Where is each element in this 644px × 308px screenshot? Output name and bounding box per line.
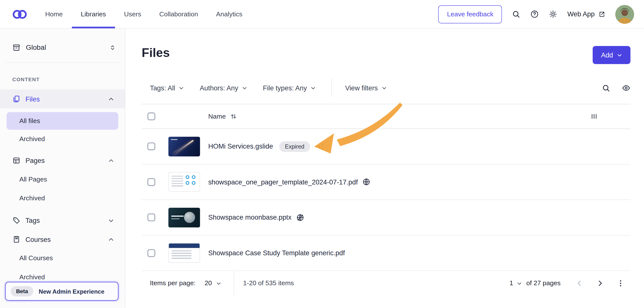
chevron-up-icon[interactable] xyxy=(108,236,114,242)
sidebar-group-courses[interactable]: Courses xyxy=(0,230,125,249)
sidebar-group-label: Tags xyxy=(26,217,103,225)
chevron-down-icon xyxy=(179,85,184,91)
courses-icon xyxy=(12,235,20,243)
primary-nav: Home Libraries Users Collaboration Analy… xyxy=(45,0,242,28)
avatar-photo xyxy=(615,5,634,23)
nav-home[interactable]: Home xyxy=(45,0,63,28)
file-name[interactable]: Showspace Case Study Template generic.pd… xyxy=(208,249,345,257)
file-thumbnail[interactable] xyxy=(168,208,200,228)
file-name[interactable]: Showspace moonbase.pptx xyxy=(208,214,292,222)
user-avatar[interactable] xyxy=(615,5,634,23)
filter-divider xyxy=(332,79,332,97)
filter-bar: Tags: All Authors: Any File types: Any V xyxy=(150,79,630,97)
items-per-page-value: 20 xyxy=(204,280,212,287)
leave-feedback-button[interactable]: Leave feedback xyxy=(438,5,502,23)
name-column-header[interactable]: Name xyxy=(208,113,226,120)
page-title: Files xyxy=(142,46,170,60)
chevron-down-icon[interactable] xyxy=(108,217,114,224)
sidebar-item-archived-files[interactable]: Archived xyxy=(0,130,125,149)
table-row[interactable]: Showspace Case Study Template generic.pd… xyxy=(142,236,630,271)
row-checkbox[interactable] xyxy=(148,178,155,186)
top-navigation-bar: Home Libraries Users Collaboration Analy… xyxy=(0,0,644,29)
file-thumbnail[interactable] xyxy=(168,137,200,156)
beta-badge: Beta xyxy=(11,286,34,296)
table-row[interactable]: Showspace moonbase.pptx xyxy=(142,200,630,236)
sidebar-group-label: Files xyxy=(26,95,103,103)
sidebar-item-archived-pages[interactable]: Archived xyxy=(0,189,125,208)
sidebar-divider xyxy=(6,62,119,63)
new-admin-experience-banner[interactable]: Beta New Admin Experience xyxy=(5,282,119,301)
table-header: Name xyxy=(142,104,630,129)
file-thumbnail[interactable] xyxy=(168,172,200,192)
manage-columns-icon[interactable] xyxy=(590,113,598,120)
page-select[interactable]: 1 xyxy=(510,280,522,287)
sidebar-group-tags[interactable]: Tags xyxy=(0,211,125,230)
add-button[interactable]: Add xyxy=(593,46,630,64)
chevron-down-icon xyxy=(242,85,248,91)
workspace-selector[interactable]: Global xyxy=(0,38,125,58)
preview-eye-icon[interactable] xyxy=(622,83,630,92)
view-filters-label: View filters xyxy=(345,84,378,92)
sidebar-group-files[interactable]: Files xyxy=(0,89,125,108)
main-content: Files Add Tags: All Authors: Any xyxy=(125,29,644,308)
items-per-page-select[interactable]: 20 xyxy=(204,280,222,287)
file-types-filter[interactable]: File types: Any xyxy=(263,84,316,92)
web-app-label: Web App xyxy=(567,10,595,18)
topbar-actions: Leave feedback Web App xyxy=(438,5,634,23)
infinity-logo-icon xyxy=(12,8,28,20)
row-checkbox[interactable] xyxy=(148,214,155,222)
chevron-down-icon xyxy=(310,85,316,91)
settings-gear-icon[interactable] xyxy=(549,10,558,18)
row-checkbox[interactable] xyxy=(148,249,155,257)
chevron-up-icon[interactable] xyxy=(108,96,114,102)
sidebar-group-label: Pages xyxy=(26,157,103,165)
total-pages-label: of 27 pages xyxy=(526,280,561,287)
table-row[interactable]: HOMi Services.gslide Expired xyxy=(142,129,630,164)
search-icon[interactable] xyxy=(512,10,521,18)
chevron-down-icon xyxy=(382,85,387,91)
file-thumbnail[interactable] xyxy=(168,243,200,263)
shared-with-position-icon xyxy=(316,142,324,151)
sidebar-group-pages[interactable]: Pages xyxy=(0,151,125,170)
nav-collaboration[interactable]: Collaboration xyxy=(159,0,198,28)
help-icon[interactable] xyxy=(530,10,539,18)
previous-page-icon[interactable] xyxy=(576,279,584,288)
items-range-text: 1-20 of 535 items xyxy=(243,280,294,287)
authors-filter-label: Authors: Any xyxy=(200,84,238,92)
globe-icon xyxy=(362,178,370,186)
content-section-label: CONTENT xyxy=(12,77,125,83)
sidebar: Global CONTENT Files All files Archived xyxy=(0,29,125,308)
up-down-chevrons-icon[interactable] xyxy=(109,44,116,51)
expired-badge: Expired xyxy=(279,141,310,152)
files-table: Name HO xyxy=(142,104,630,271)
select-all-checkbox[interactable] xyxy=(148,112,155,120)
app-logo[interactable] xyxy=(12,8,28,20)
nav-libraries[interactable]: Libraries xyxy=(81,0,106,28)
global-workspace-icon xyxy=(12,43,20,52)
sidebar-item-all-courses[interactable]: All Courses xyxy=(0,249,125,268)
overflow-menu-icon[interactable] xyxy=(616,279,625,288)
next-page-icon[interactable] xyxy=(596,279,604,288)
chevron-down-icon xyxy=(216,281,222,286)
row-checkbox[interactable] xyxy=(148,143,155,151)
pages-icon xyxy=(12,156,20,165)
sidebar-item-all-files[interactable]: All files xyxy=(7,112,118,130)
file-name[interactable]: HOMi Services.gslide xyxy=(208,143,273,151)
web-app-link[interactable]: Web App xyxy=(567,10,605,18)
view-filters-dropdown[interactable]: View filters xyxy=(345,84,387,92)
file-name[interactable]: showspace_one_pager_template_2024-07-17.… xyxy=(208,178,358,186)
table-search-icon[interactable] xyxy=(602,83,610,92)
authors-filter[interactable]: Authors: Any xyxy=(200,84,248,92)
sidebar-item-all-pages[interactable]: All Pages xyxy=(0,170,125,189)
pagination-bar: Items per page: 20 1-20 of 535 items 1 o… xyxy=(142,271,630,295)
tag-icon xyxy=(12,216,20,225)
tags-filter-label: Tags: All xyxy=(150,84,175,92)
add-button-label: Add xyxy=(601,51,613,59)
nav-users[interactable]: Users xyxy=(124,0,141,28)
sort-icon[interactable] xyxy=(230,113,237,120)
nav-analytics[interactable]: Analytics xyxy=(216,0,242,28)
chevron-up-icon[interactable] xyxy=(108,157,114,164)
current-page-value: 1 xyxy=(510,280,513,287)
tags-filter[interactable]: Tags: All xyxy=(150,84,184,92)
table-row[interactable]: showspace_one_pager_template_2024-07-17.… xyxy=(142,164,630,200)
